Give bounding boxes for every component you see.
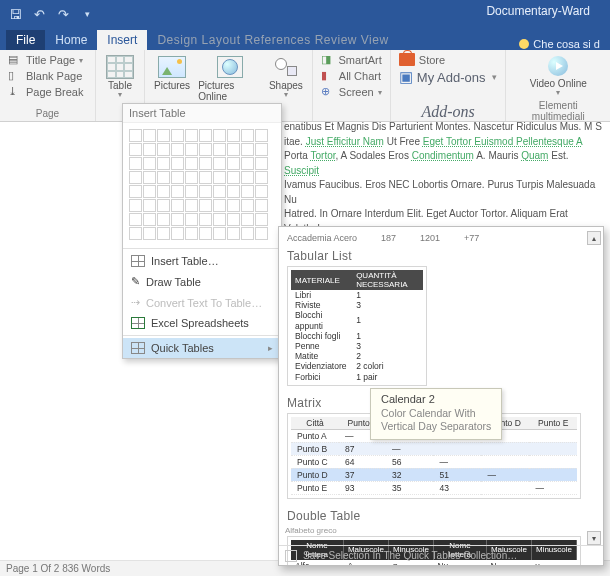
grid-cell[interactable]: [255, 143, 268, 156]
grid-cell[interactable]: [143, 199, 156, 212]
tab-insert[interactable]: Insert: [97, 30, 147, 50]
grid-cell[interactable]: [199, 143, 212, 156]
grid-cell[interactable]: [241, 129, 254, 142]
grid-cell[interactable]: [171, 213, 184, 226]
grid-cell[interactable]: [227, 199, 240, 212]
grid-cell[interactable]: [157, 129, 170, 142]
grid-cell[interactable]: [185, 227, 198, 240]
tabular-list-preview[interactable]: MATERIALEQUANTITÀ NECESSARIALibri1Rivist…: [287, 266, 427, 386]
tab-home[interactable]: Home: [45, 30, 97, 50]
grid-cell[interactable]: [129, 157, 142, 170]
shapes-button[interactable]: Shapes▾: [266, 52, 306, 102]
tab-file[interactable]: File: [6, 30, 45, 50]
screenshot-button[interactable]: ⊕Screen▾: [319, 84, 384, 100]
grid-cell[interactable]: [157, 185, 170, 198]
quick-tables-item[interactable]: Quick Tables▸: [123, 338, 281, 358]
grid-cell[interactable]: [185, 129, 198, 142]
grid-cell[interactable]: [129, 171, 142, 184]
grid-cell[interactable]: [157, 213, 170, 226]
grid-cell[interactable]: [213, 143, 226, 156]
grid-cell[interactable]: [129, 199, 142, 212]
grid-cell[interactable]: [213, 213, 226, 226]
grid-cell[interactable]: [213, 185, 226, 198]
grid-cell[interactable]: [227, 185, 240, 198]
grid-cell[interactable]: [227, 143, 240, 156]
grid-cell[interactable]: [199, 199, 212, 212]
my-addons-button[interactable]: ▣My Add-ons▾: [397, 67, 500, 87]
grid-cell[interactable]: [129, 227, 142, 240]
grid-cell[interactable]: [171, 227, 184, 240]
grid-cell[interactable]: [157, 171, 170, 184]
grid-cell[interactable]: [255, 157, 268, 170]
grid-cell[interactable]: [227, 227, 240, 240]
grid-cell[interactable]: [227, 213, 240, 226]
grid-cell[interactable]: [199, 227, 212, 240]
flyout-scrollbar[interactable]: ▴ ▾: [587, 231, 601, 545]
pictures-button[interactable]: Pictures: [151, 52, 193, 93]
grid-cell[interactable]: [241, 157, 254, 170]
grid-cell[interactable]: [171, 171, 184, 184]
insert-table-item[interactable]: Insert Table…: [123, 251, 281, 271]
grid-cell[interactable]: [213, 227, 226, 240]
page-break-button[interactable]: ⤓Page Break: [6, 84, 89, 100]
grid-cell[interactable]: [143, 227, 156, 240]
grid-cell[interactable]: [255, 129, 268, 142]
grid-cell[interactable]: [185, 199, 198, 212]
grid-cell[interactable]: [241, 227, 254, 240]
grid-cell[interactable]: [143, 157, 156, 170]
grid-cell[interactable]: [129, 143, 142, 156]
grid-cell[interactable]: [143, 171, 156, 184]
undo-icon[interactable]: ↶: [30, 5, 48, 23]
grid-cell[interactable]: [143, 185, 156, 198]
grid-cell[interactable]: [171, 129, 184, 142]
excel-spreadsheet-item[interactable]: Excel Spreadsheets: [123, 313, 281, 333]
grid-cell[interactable]: [185, 185, 198, 198]
grid-cell[interactable]: [185, 171, 198, 184]
scroll-up-icon[interactable]: ▴: [587, 231, 601, 245]
grid-cell[interactable]: [157, 157, 170, 170]
grid-cell[interactable]: [185, 213, 198, 226]
grid-cell[interactable]: [143, 213, 156, 226]
grid-cell[interactable]: [213, 129, 226, 142]
grid-cell[interactable]: [227, 129, 240, 142]
grid-cell[interactable]: [255, 199, 268, 212]
grid-cell[interactable]: [143, 129, 156, 142]
grid-cell[interactable]: [157, 227, 170, 240]
store-button[interactable]: Store: [397, 52, 500, 67]
tell-me-search[interactable]: Che cosa si d: [519, 38, 610, 50]
grid-cell[interactable]: [241, 143, 254, 156]
grid-cell[interactable]: [255, 227, 268, 240]
tab-rest[interactable]: Design Layout References Review View: [147, 30, 398, 50]
grid-cell[interactable]: [199, 185, 212, 198]
grid-cell[interactable]: [171, 185, 184, 198]
grid-cell[interactable]: [241, 213, 254, 226]
grid-cell[interactable]: [171, 199, 184, 212]
blank-page-button[interactable]: ▯Blank Page: [6, 68, 89, 84]
grid-cell[interactable]: [185, 157, 198, 170]
grid-cell[interactable]: [129, 185, 142, 198]
grid-cell[interactable]: [199, 213, 212, 226]
grid-cell[interactable]: [255, 185, 268, 198]
grid-cell[interactable]: [227, 171, 240, 184]
scroll-down-icon[interactable]: ▾: [587, 531, 601, 545]
grid-cell[interactable]: [241, 199, 254, 212]
status-page-words[interactable]: Page 1 Of 2 836 Words: [6, 563, 110, 574]
grid-cell[interactable]: [185, 143, 198, 156]
title-page-button[interactable]: ▤Title Page▾: [6, 52, 89, 68]
save-icon[interactable]: 🖫: [6, 5, 24, 23]
draw-table-item[interactable]: ✎Draw Table: [123, 271, 281, 292]
grid-cell[interactable]: [241, 171, 254, 184]
video-online-button[interactable]: Video Online▾: [527, 52, 590, 100]
grid-cell[interactable]: [157, 143, 170, 156]
table-button[interactable]: Table▾: [102, 52, 138, 102]
grid-cell[interactable]: [199, 157, 212, 170]
grid-cell[interactable]: [199, 171, 212, 184]
grid-cell[interactable]: [129, 213, 142, 226]
smartart-button[interactable]: ◨SmartArt: [319, 52, 384, 68]
grid-cell[interactable]: [255, 171, 268, 184]
grid-cell[interactable]: [143, 143, 156, 156]
grid-cell[interactable]: [157, 199, 170, 212]
chart-button[interactable]: ▮All Chart: [319, 68, 384, 84]
grid-cell[interactable]: [241, 185, 254, 198]
grid-cell[interactable]: [213, 199, 226, 212]
